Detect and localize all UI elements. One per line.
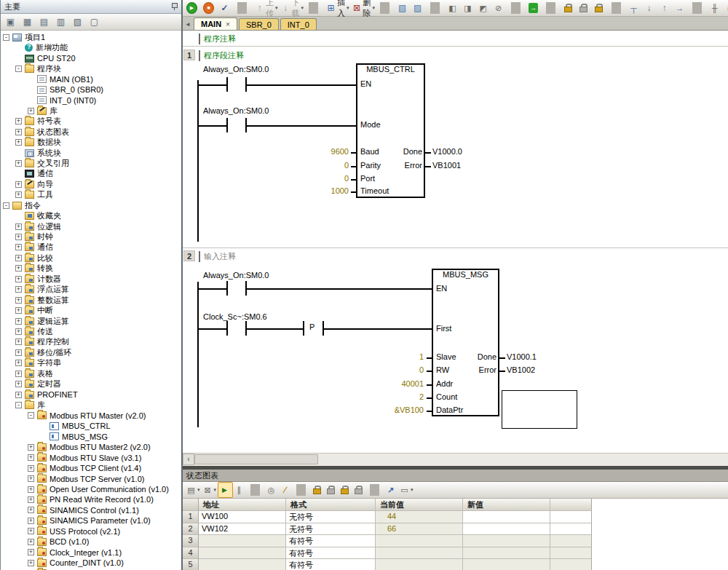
- tree-expander[interactable]: +: [15, 371, 22, 377]
- tree-expander[interactable]: [15, 44, 22, 51]
- tree-item[interactable]: + 数据块: [1, 137, 181, 147]
- tree-item[interactable]: + 向导: [1, 179, 181, 189]
- tree-expander[interactable]: +: [28, 444, 34, 451]
- tree-item[interactable]: + 位逻辑: [1, 221, 181, 231]
- nav-data-block-icon[interactable]: ▥: [54, 16, 68, 28]
- toolbar-button[interactable]: [376, 1, 396, 15]
- tree-item[interactable]: MAIN (OB1): [1, 74, 181, 84]
- tree-item[interactable]: SBR_0 (SBR0): [1, 84, 181, 95]
- force-icon[interactable]: [311, 483, 325, 497]
- output-operand[interactable]: V1000.1: [507, 352, 537, 361]
- tree-item[interactable]: + 中断: [1, 305, 181, 315]
- unforce-icon[interactable]: [325, 483, 339, 497]
- network-number[interactable]: 1: [183, 50, 195, 60]
- tree-item[interactable]: + PN Read Write Record (v1.0): [1, 494, 181, 504]
- tree-item[interactable]: 系统块: [1, 148, 181, 158]
- stop-icon[interactable]: ■: [202, 1, 218, 15]
- tree-expander[interactable]: +: [15, 286, 22, 293]
- bookmark-next-icon[interactable]: ◨: [462, 1, 477, 15]
- tree-item[interactable]: + 表格: [1, 368, 181, 379]
- read-forced-icon[interactable]: [352, 483, 366, 497]
- format-cell[interactable]: 无符号: [286, 523, 376, 536]
- read-all-icon[interactable]: ◎: [265, 483, 279, 497]
- program-comment[interactable]: 程序注释: [199, 33, 236, 44]
- compile-icon[interactable]: ✓: [218, 1, 234, 15]
- tree-item[interactable]: + 传送: [1, 326, 181, 336]
- address-cell[interactable]: VW102: [199, 523, 286, 536]
- tree-item[interactable]: + 定时器: [1, 379, 181, 389]
- upload-button[interactable]: ↑ 上传 ▾: [253, 1, 280, 15]
- scroll-left-arrow-icon[interactable]: ‹: [183, 454, 194, 465]
- tree-expander[interactable]: [40, 423, 47, 430]
- tree-item[interactable]: + SINAMICS Parameter (v1.0): [1, 515, 181, 526]
- new-value-cell[interactable]: [463, 559, 550, 570]
- tree-expander[interactable]: +: [15, 265, 22, 272]
- address-cell[interactable]: [199, 547, 286, 560]
- toolbar-button[interactable]: [293, 483, 311, 497]
- tree-expander[interactable]: +: [15, 118, 22, 124]
- chart-delete-icon[interactable]: ⊠ ▾: [202, 483, 218, 497]
- nav-project-icon[interactable]: ▣: [4, 16, 17, 28]
- contact-operand[interactable]: Clock_Sc~:SM0.6: [203, 312, 267, 321]
- row-number[interactable]: 3: [183, 535, 199, 547]
- force-icon[interactable]: [562, 1, 577, 15]
- chart-status-on-icon[interactable]: ▶: [218, 482, 233, 498]
- tree-item[interactable]: + Counter_DINT (v1.0): [1, 558, 181, 568]
- tab-main[interactable]: MAIN ×: [194, 17, 237, 30]
- contact-icon[interactable]: [226, 77, 228, 92]
- tree-expander[interactable]: +: [15, 129, 22, 135]
- toolbar-button[interactable]: [608, 1, 628, 15]
- tree-item[interactable]: + Open User Communication (v1.0): [1, 484, 181, 494]
- tree-expander[interactable]: +: [15, 139, 22, 146]
- tree-item[interactable]: + SINAMICS Control (v1.1): [1, 505, 181, 515]
- new-value-cell[interactable]: [463, 523, 550, 536]
- bookmark-toggle-icon[interactable]: ◧: [446, 1, 462, 15]
- write-all-icon[interactable]: ∕: [279, 483, 293, 497]
- tab-sbr0[interactable]: SBR_0: [239, 18, 279, 30]
- new-value-cell[interactable]: [463, 511, 550, 523]
- row-number[interactable]: 4: [183, 547, 199, 560]
- line-right-icon[interactable]: →: [673, 1, 689, 15]
- tree-expander[interactable]: +: [15, 276, 22, 282]
- contact-icon[interactable]: ╫: [708, 1, 724, 15]
- tree-item[interactable]: CPU ST20: [1, 53, 181, 63]
- contact-icon[interactable]: [226, 321, 228, 336]
- tree-expander[interactable]: +: [15, 392, 22, 398]
- coil-icon[interactable]: (): [724, 1, 728, 15]
- row-number[interactable]: 5: [183, 559, 199, 570]
- tree-item[interactable]: INT_0 (INT0): [1, 95, 181, 106]
- goto-icon[interactable]: →: [527, 1, 542, 15]
- tree-item[interactable]: + 工具: [1, 190, 181, 200]
- tree-item[interactable]: + BCD (v1.0): [1, 537, 181, 547]
- horizontal-scrollbar[interactable]: ‹: [183, 453, 728, 466]
- tree-item[interactable]: + 程序控制: [1, 337, 181, 347]
- row-number[interactable]: 2: [183, 523, 199, 536]
- pause-icon[interactable]: ∥: [233, 483, 247, 497]
- tree-expander[interactable]: [15, 170, 22, 177]
- pin-icon[interactable]: [171, 2, 178, 11]
- tree-item[interactable]: 通信: [1, 169, 181, 179]
- tree-expander[interactable]: +: [28, 465, 34, 472]
- format-cell[interactable]: 无符号: [286, 511, 376, 523]
- network-comment[interactable]: 程序段注释: [199, 50, 244, 61]
- param-value[interactable]: 0: [298, 174, 349, 183]
- address-tag-icon[interactable]: ▭ ▾: [398, 483, 415, 497]
- tree-expander[interactable]: +: [15, 307, 22, 314]
- insert-button[interactable]: ⊞ 插入 ▾: [325, 1, 351, 15]
- param-value[interactable]: &VB100: [368, 405, 424, 414]
- param-value[interactable]: 40001: [368, 379, 424, 388]
- tree-item[interactable]: + 时钟: [1, 231, 181, 242]
- nav-communications-icon[interactable]: ▢: [87, 16, 101, 28]
- tab-close-icon[interactable]: ×: [226, 20, 230, 28]
- format-cell[interactable]: 有符号: [286, 547, 376, 560]
- tree-item[interactable]: + 浮点运算: [1, 285, 181, 295]
- tree-item[interactable]: + 字符串: [1, 358, 181, 368]
- toolbar-button[interactable]: [234, 1, 253, 15]
- pou-window-icon[interactable]: ▧: [396, 1, 411, 15]
- contact-icon[interactable]: [226, 281, 228, 296]
- tree-expander[interactable]: +: [28, 549, 34, 555]
- row-number[interactable]: 1: [183, 511, 199, 523]
- column-header-address[interactable]: 地址: [199, 499, 286, 511]
- tree-expander[interactable]: +: [15, 328, 22, 335]
- tree-expander[interactable]: +: [15, 223, 22, 230]
